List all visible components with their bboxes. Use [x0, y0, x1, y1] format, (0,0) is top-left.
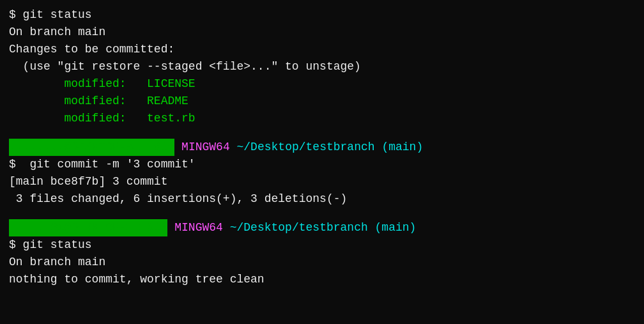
prompt-user-redacted: ........	[9, 139, 64, 156]
prompt-branch: (main)	[381, 139, 423, 156]
prompt-host-end-redacted: 016	[154, 139, 174, 156]
terminal-line: modified: test.rb	[9, 110, 635, 127]
prompt-space-2b	[223, 219, 230, 236]
terminal-line: On branch main	[9, 254, 635, 271]
terminal-line: $ git status	[9, 6, 635, 24]
prompt-host-redacted-2: ■■■	[126, 219, 147, 236]
prompt-mingw-2: MINGW64	[174, 219, 223, 236]
terminal-line: $ git commit -m '3 commit'	[9, 156, 635, 173]
terminal-line: On branch main	[9, 24, 635, 41]
terminal-line: (use "git restore --staged <file>..." to…	[9, 58, 635, 75]
terminal-line: [main bce8f7b] 3 commit	[9, 173, 635, 190]
terminal-line: modified: LICENSE	[9, 75, 635, 93]
prompt-path-2: ~/Desktop/testbranch	[230, 219, 368, 236]
prompt-user-redacted-2: ......01	[9, 219, 64, 236]
terminal-line: Changes to be committed:	[9, 41, 635, 58]
prompt-at-redacted-2: @DESKTOP-	[64, 219, 126, 236]
prompt-line: ........@DESKTOP-A■■■016 MINGW64 ~/Deskt…	[9, 139, 635, 156]
prompt-mingw: MINGW64	[181, 139, 230, 156]
prompt-space3	[375, 139, 382, 156]
prompt-host-redacted: ■■■	[133, 139, 153, 156]
terminal-line: 3 files changed, 6 insertions(+), 3 dele…	[9, 190, 635, 208]
prompt-space2	[230, 139, 237, 156]
terminal-line: modified: README	[9, 93, 635, 110]
prompt-space-2c	[368, 219, 375, 236]
terminal-line: $ git status	[9, 236, 635, 254]
prompt-line-2: ......01@DESKTOP-■■■016 MINGW64 ~/Deskto…	[9, 219, 635, 236]
prompt-branch-2: (main)	[375, 219, 417, 236]
prompt-at-redacted: @DESKTOP-A	[64, 139, 133, 156]
prompt-space-2a	[167, 219, 174, 236]
terminal: $ git status On branch main Changes to b…	[9, 6, 635, 318]
prompt-space	[174, 139, 181, 156]
prompt-host-end-redacted-2: 016	[147, 219, 167, 236]
terminal-line: nothing to commit, working tree clean	[9, 271, 635, 288]
prompt-path: ~/Desktop/testbranch	[237, 139, 375, 156]
